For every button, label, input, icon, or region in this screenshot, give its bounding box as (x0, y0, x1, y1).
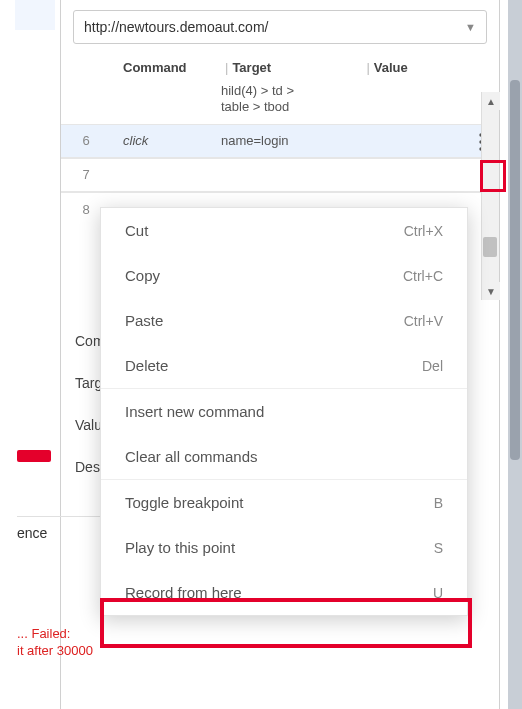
row-command: click (111, 133, 221, 148)
menu-delete[interactable]: Delete Del (101, 343, 467, 388)
error-indicator (17, 450, 51, 462)
menu-label: Delete (125, 357, 168, 374)
col-command: Command (111, 60, 221, 75)
scroll-down-icon[interactable]: ▼ (482, 282, 500, 300)
menu-play-to-point[interactable]: Play to this point S (101, 525, 467, 570)
divider-icon: | (221, 60, 232, 75)
menu-clear-all[interactable]: Clear all commands (101, 434, 467, 479)
row-number: 6 (61, 133, 111, 148)
menu-copy[interactable]: Copy Ctrl+C (101, 253, 467, 298)
row-number: 7 (61, 167, 111, 182)
scroll-thumb[interactable] (483, 237, 497, 257)
menu-label: Clear all commands (125, 448, 258, 465)
divider-icon: | (362, 60, 373, 75)
menu-label: Play to this point (125, 539, 235, 556)
menu-label: Cut (125, 222, 148, 239)
menu-label: Paste (125, 312, 163, 329)
menu-insert-command[interactable]: Insert new command (101, 389, 467, 434)
menu-label: Record from here (125, 584, 242, 601)
table-row[interactable]: 7 (61, 158, 499, 192)
menu-shortcut: Del (422, 358, 443, 374)
menu-paste[interactable]: Paste Ctrl+V (101, 298, 467, 343)
window-scrollbar[interactable] (508, 0, 522, 709)
menu-label: Insert new command (125, 403, 264, 420)
col-value: Value (374, 60, 454, 75)
row-target: name=login (221, 133, 381, 148)
context-menu: Cut Ctrl+X Copy Ctrl+C Paste Ctrl+V Dele… (100, 207, 468, 616)
target-fragment-line2: table > tbod (221, 99, 351, 115)
target-fragment-line1: hild(4) > td > (221, 83, 351, 99)
menu-shortcut: Ctrl+C (403, 268, 443, 284)
menu-label: Toggle breakpoint (125, 494, 243, 511)
table-scrollbar[interactable]: ▲ ▼ (481, 92, 499, 300)
table-row[interactable]: 6 click name=login (61, 124, 499, 158)
chevron-down-icon[interactable]: ▼ (465, 21, 476, 33)
table-row[interactable]: hild(4) > td > table > tbod (61, 83, 499, 124)
menu-record-from-here[interactable]: Record from here U (101, 570, 467, 615)
menu-shortcut: Ctrl+X (404, 223, 443, 239)
scroll-up-icon[interactable]: ▲ (482, 92, 500, 110)
log-error-text: ... Failed: it after 30000 (17, 626, 157, 660)
base-url-text: http://newtours.demoaut.com/ (84, 19, 268, 35)
col-target: Target (232, 60, 362, 75)
menu-shortcut: B (434, 495, 443, 511)
menu-shortcut: U (433, 585, 443, 601)
menu-shortcut: S (434, 540, 443, 556)
table-header: Command | Target | Value (61, 52, 499, 83)
menu-label: Copy (125, 267, 160, 284)
menu-toggle-breakpoint[interactable]: Toggle breakpoint B (101, 480, 467, 525)
left-selection-strip (15, 0, 55, 30)
scroll-thumb[interactable] (510, 80, 520, 460)
menu-shortcut: Ctrl+V (404, 313, 443, 329)
col-num (61, 60, 111, 75)
base-url-input[interactable]: http://newtours.demoaut.com/ ▼ (73, 10, 487, 44)
menu-cut[interactable]: Cut Ctrl+X (101, 208, 467, 253)
